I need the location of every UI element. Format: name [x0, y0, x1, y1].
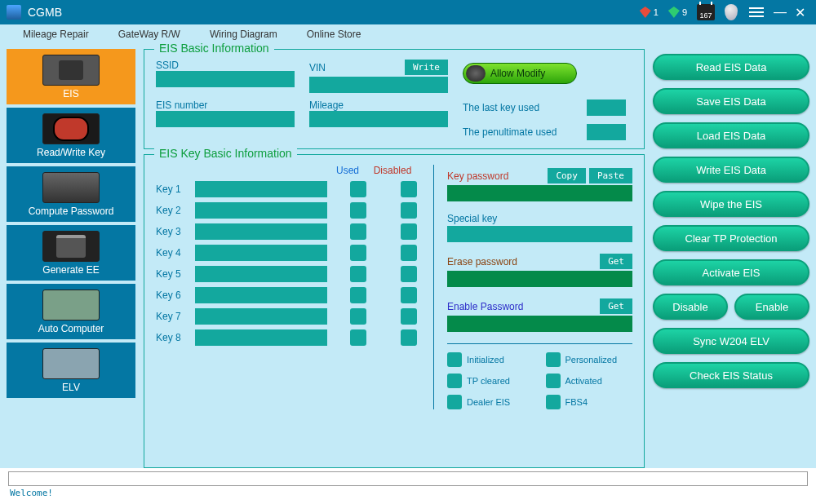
key5-used-check[interactable] — [350, 266, 366, 282]
key-legend: EIS Key Basic Information — [154, 147, 297, 160]
paste-button[interactable]: Paste — [589, 168, 632, 183]
eis-key-info-panel: EIS Key Basic Information UsedDisabled K… — [144, 154, 645, 468]
key6-used-check[interactable] — [350, 287, 366, 303]
disable-button[interactable]: Disable — [653, 294, 728, 320]
activate-eis-button[interactable]: Activate EIS — [653, 259, 809, 285]
enable-button[interactable]: Enable — [734, 294, 809, 320]
sidebar-item-read-write-key[interactable]: Read/Write Key — [7, 108, 135, 163]
key2-used-check[interactable] — [350, 202, 366, 219]
disabled-header: Disabled — [368, 165, 417, 176]
ssid-label: SSID — [156, 60, 295, 71]
erase-get-button[interactable]: Get — [600, 254, 632, 269]
sidebar: EIS Read/Write Key Compute Password Gene… — [7, 49, 135, 468]
ssid-input[interactable] — [156, 71, 295, 87]
sidebar-item-auto-computer[interactable]: Auto Computer — [7, 284, 135, 339]
check-eis-status-button[interactable]: Check EIS Status — [653, 362, 809, 388]
mileage-label: Mileage — [309, 99, 448, 111]
tpcleared-check[interactable] — [447, 374, 462, 388]
calendar-icon: 167 — [697, 4, 715, 20]
key6-disabled-check[interactable] — [401, 287, 417, 303]
personalized-check[interactable] — [546, 352, 561, 367]
special-key-input[interactable] — [447, 226, 632, 242]
clear-tp-button[interactable]: Clear TP Protection — [653, 225, 809, 251]
erase-password-input[interactable] — [447, 271, 632, 287]
key3-used-check[interactable] — [350, 223, 366, 240]
fbs4-label: FBS4 — [565, 397, 588, 407]
write-button[interactable]: Write — [405, 60, 448, 75]
menu-wiring-diagram[interactable]: Wiring Diagram — [195, 29, 292, 40]
key7-used-check[interactable] — [350, 308, 366, 325]
fbs4-check[interactable] — [546, 395, 561, 409]
key2-disabled-check[interactable] — [401, 202, 417, 219]
stat-red-diamond: 1 — [640, 7, 659, 18]
key1-used-check[interactable] — [350, 181, 366, 197]
mileage-input[interactable] — [309, 111, 448, 127]
minimize-button[interactable]: — — [772, 5, 788, 20]
key7-disabled-check[interactable] — [401, 308, 417, 325]
load-eis-button[interactable]: Load EIS Data — [653, 122, 809, 148]
used-header: Used — [327, 165, 368, 176]
menu-gateway-rw[interactable]: GateWay R/W — [104, 29, 195, 40]
chip-icon — [42, 172, 100, 203]
key4-used-check[interactable] — [350, 245, 366, 261]
eisnum-label: EIS number — [156, 99, 295, 111]
key8-disabled-check[interactable] — [401, 329, 417, 346]
write-eis-button[interactable]: Write EIS Data — [653, 157, 809, 183]
menu-mileage-repair[interactable]: Mileage Repair — [8, 29, 104, 40]
activated-label: Activated — [565, 376, 602, 386]
key5-label: Key 5 — [156, 268, 188, 280]
key8-input[interactable] — [195, 329, 327, 346]
hamburger-menu-icon[interactable] — [749, 7, 764, 17]
key5-input[interactable] — [195, 266, 327, 282]
dealer-eis-check[interactable] — [447, 395, 462, 409]
sidebar-item-generate-ee[interactable]: Generate EE — [7, 225, 135, 281]
vin-input[interactable] — [309, 77, 448, 93]
enable-password-input[interactable] — [447, 316, 632, 332]
sync-w204-button[interactable]: Sync W204 ELV — [653, 328, 809, 354]
sidebar-item-elv[interactable]: ELV — [7, 343, 135, 398]
app-logo-icon — [7, 5, 21, 20]
wipe-eis-button[interactable]: Wipe the EIS — [653, 191, 809, 217]
key2-input[interactable] — [195, 202, 327, 219]
app-title: CGMB — [28, 6, 635, 19]
key1-input[interactable] — [195, 181, 327, 197]
toggle-knob-icon — [466, 65, 486, 82]
activated-check[interactable] — [546, 374, 561, 388]
erase-password-label: Erase password — [447, 256, 517, 267]
key6-input[interactable] — [195, 287, 327, 303]
sidebar-item-compute-password[interactable]: Compute Password — [7, 166, 135, 222]
last-key-input[interactable] — [587, 99, 626, 116]
stat-medal — [725, 4, 738, 20]
initialized-check[interactable] — [447, 352, 462, 367]
read-eis-button[interactable]: Read EIS Data — [653, 54, 809, 80]
key5-disabled-check[interactable] — [401, 266, 417, 282]
action-column: Read EIS Data Save EIS Data Load EIS Dat… — [653, 49, 809, 468]
allow-modify-toggle[interactable]: Allow Modify — [463, 63, 577, 84]
stat-calendar: 167 — [697, 4, 715, 20]
menu-online-store[interactable]: Online Store — [292, 29, 376, 40]
penultimate-input[interactable] — [587, 124, 626, 140]
key4-input[interactable] — [195, 245, 327, 261]
key3-input[interactable] — [195, 223, 327, 240]
sidebar-item-eis[interactable]: EIS — [7, 49, 135, 104]
tpcleared-label: TP cleared — [467, 376, 510, 386]
key8-used-check[interactable] — [350, 329, 366, 346]
eisnum-input[interactable] — [156, 111, 295, 127]
copy-button[interactable]: Copy — [548, 168, 586, 183]
diamond-red-icon — [640, 7, 651, 18]
key7-input[interactable] — [195, 308, 327, 325]
key4-label: Key 4 — [156, 247, 188, 259]
personalized-label: Personalized — [565, 355, 618, 365]
enable-get-button[interactable]: Get — [600, 298, 632, 314]
key3-label: Key 3 — [156, 226, 188, 237]
key3-disabled-check[interactable] — [401, 223, 417, 240]
key8-label: Key 8 — [156, 332, 188, 343]
key-password-input[interactable] — [447, 185, 632, 201]
key1-disabled-check[interactable] — [401, 181, 417, 197]
save-eis-button[interactable]: Save EIS Data — [653, 88, 809, 114]
last-key-label: The last key used — [463, 102, 539, 113]
diamond-green-icon — [668, 7, 680, 18]
key-password-label: Key password — [447, 170, 508, 182]
key4-disabled-check[interactable] — [401, 245, 417, 261]
close-button[interactable]: ✕ — [792, 5, 808, 20]
